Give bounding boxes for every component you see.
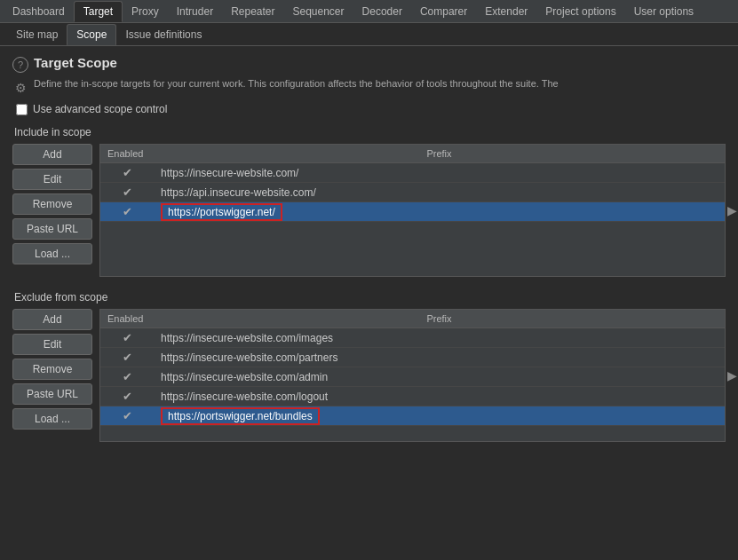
nav-dashboard[interactable]: Dashboard [4, 1, 74, 22]
exclude-prefix-cell: https://portswigger.net/bundles [154, 406, 725, 426]
exclude-prefix-cell: https://insecure-website.com/logout [154, 387, 725, 406]
exclude-prefix-cell: https://insecure-website.com/images [154, 328, 725, 348]
nav-extender[interactable]: Extender [476, 1, 536, 22]
include-load-button[interactable]: Load ... [12, 243, 92, 264]
exclude-scope-content: Add Edit Remove Paste URL Load ... Enabl… [12, 309, 726, 442]
exclude-add-button[interactable]: Add [12, 309, 92, 330]
nav-intruder[interactable]: Intruder [168, 1, 222, 22]
checkmark-icon: ✔ [123, 185, 132, 199]
checkmark-icon: ✔ [123, 351, 132, 364]
exclude-edit-button[interactable]: Edit [12, 334, 92, 355]
nav-repeater[interactable]: Repeater [222, 1, 283, 22]
include-paste-url-button[interactable]: Paste URL [12, 218, 92, 240]
exclude-remove-button[interactable]: Remove [12, 359, 92, 380]
checkmark-icon: ✔ [123, 390, 132, 403]
checkmark-icon: ✔ [123, 166, 132, 179]
include-table-row[interactable]: ✔https://portswigger.net/ [100, 202, 725, 222]
tab-scope[interactable]: Scope [67, 24, 116, 45]
include-scope-table-wrap: Enabled Prefix ✔https://insecure-website… [99, 144, 726, 277]
tab-site-map[interactable]: Site map [7, 24, 67, 45]
include-scope-label: Include in scope [14, 126, 726, 138]
page-title: Target Scope [34, 55, 117, 70]
include-col-enabled: Enabled [100, 145, 154, 163]
include-prefix-cell: https://api.insecure-website.com/ [154, 183, 725, 202]
page-description: Define the in-scope targets for your cur… [34, 78, 559, 89]
section-header: ? Target Scope [12, 55, 726, 73]
nav-user-options[interactable]: User options [625, 1, 702, 22]
top-nav: Dashboard Target Proxy Intruder Repeater… [0, 0, 738, 23]
advanced-scope-row: Use advanced scope control [16, 103, 726, 115]
checkmark-icon: ✔ [123, 370, 132, 383]
include-table-row[interactable]: ✔https://insecure-website.com/ [100, 163, 725, 183]
section-desc-row: ⚙ Define the in-scope targets for your c… [12, 78, 726, 96]
advanced-scope-checkbox[interactable] [16, 104, 28, 115]
include-enabled-cell: ✔ [100, 202, 154, 222]
include-enabled-cell: ✔ [100, 163, 154, 183]
highlighted-prefix: https://portswigger.net/bundles [161, 407, 320, 425]
nav-target[interactable]: Target [74, 1, 123, 22]
checkmark-icon: ✔ [123, 409, 132, 422]
advanced-scope-label: Use advanced scope control [33, 103, 167, 115]
exclude-prefix-cell: https://insecure-website.com/partners [154, 348, 725, 367]
exclude-enabled-cell: ✔ [100, 348, 154, 367]
include-enabled-cell: ✔ [100, 183, 154, 202]
checkmark-icon: ✔ [123, 331, 132, 344]
exclude-prefix-cell: https://insecure-website.com/admin [154, 367, 725, 387]
include-prefix-cell: https://insecure-website.com/ [154, 163, 725, 183]
highlighted-prefix: https://portswigger.net/ [161, 203, 282, 221]
include-scope-section: Include in scope Add Edit Remove Paste U… [12, 126, 726, 277]
include-add-button[interactable]: Add [12, 144, 92, 165]
checkmark-icon: ✔ [123, 205, 132, 218]
include-remove-button[interactable]: Remove [12, 193, 92, 215]
include-edit-button[interactable]: Edit [12, 169, 92, 190]
include-col-prefix: Prefix [154, 145, 725, 163]
exclude-enabled-cell: ✔ [100, 387, 154, 406]
nav-sequencer[interactable]: Sequencer [284, 1, 353, 22]
exclude-table-row[interactable]: ✔https://insecure-website.com/partners [100, 348, 725, 367]
include-table-arrow: ▶ [727, 203, 737, 217]
exclude-enabled-cell: ✔ [100, 328, 154, 348]
include-scope-table: Enabled Prefix ✔https://insecure-website… [100, 145, 725, 222]
gear-icon: ⚙ [12, 80, 28, 96]
exclude-scope-buttons: Add Edit Remove Paste URL Load ... [12, 309, 92, 442]
nav-project-options[interactable]: Project options [536, 1, 624, 22]
exclude-col-prefix: Prefix [154, 310, 725, 328]
tab-issue-definitions[interactable]: Issue definitions [116, 24, 210, 45]
second-nav: Site map Scope Issue definitions [0, 23, 738, 46]
exclude-table-arrow: ▶ [727, 368, 737, 383]
include-table-row[interactable]: ✔https://api.insecure-website.com/ [100, 183, 725, 202]
exclude-scope-section: Exclude from scope Add Edit Remove Paste… [12, 291, 726, 442]
exclude-table-row[interactable]: ✔https://insecure-website.com/logout [100, 387, 725, 406]
exclude-load-button[interactable]: Load ... [12, 408, 92, 430]
nav-comparer[interactable]: Comparer [411, 1, 476, 22]
content-area: ? Target Scope ⚙ Define the in-scope tar… [0, 46, 738, 560]
nav-decoder[interactable]: Decoder [353, 1, 411, 22]
include-prefix-cell: https://portswigger.net/ [154, 202, 725, 222]
exclude-enabled-cell: ✔ [100, 367, 154, 387]
exclude-scope-table-wrap: Enabled Prefix ✔https://insecure-website… [99, 309, 726, 442]
exclude-scope-label: Exclude from scope [14, 291, 726, 304]
exclude-scope-table: Enabled Prefix ✔https://insecure-website… [100, 310, 725, 426]
exclude-col-enabled: Enabled [100, 310, 154, 328]
exclude-table-row[interactable]: ✔https://portswigger.net/bundles [100, 406, 725, 426]
exclude-table-row[interactable]: ✔https://insecure-website.com/admin [100, 367, 725, 387]
include-scope-buttons: Add Edit Remove Paste URL Load ... [12, 144, 92, 277]
include-scope-content: Add Edit Remove Paste URL Load ... Enabl… [12, 144, 726, 277]
exclude-table-row[interactable]: ✔https://insecure-website.com/images [100, 328, 725, 348]
exclude-paste-url-button[interactable]: Paste URL [12, 383, 92, 405]
help-icon[interactable]: ? [12, 57, 28, 73]
nav-proxy[interactable]: Proxy [123, 1, 168, 22]
exclude-enabled-cell: ✔ [100, 406, 154, 426]
